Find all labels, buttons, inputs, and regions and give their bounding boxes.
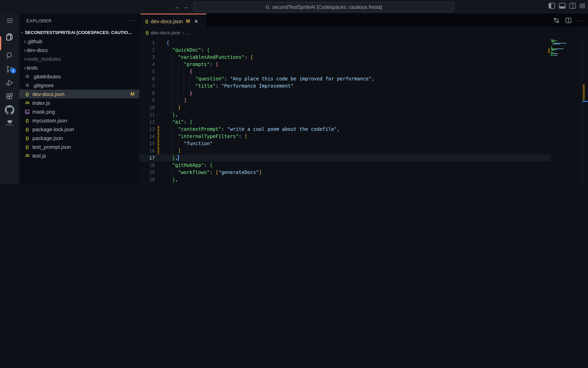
- minimap[interactable]: [550, 39, 582, 64]
- code-line-13[interactable]: 13 "contextPrompt": "write a cool poem a…: [139, 126, 551, 133]
- tree-item-label: node_modules: [27, 56, 61, 62]
- line-number: 19: [139, 169, 155, 176]
- line-number: 9: [139, 97, 155, 104]
- code-line-11[interactable]: 11 },: [139, 111, 551, 118]
- command-center[interactable]: secondTestSpriteAI [Codespaces: cautious…: [193, 2, 454, 12]
- code-line-2[interactable]: 2 "quickDoc": {: [139, 46, 551, 54]
- js-file-icon: JS: [24, 154, 30, 158]
- code-line-7[interactable]: 7 "title": "Performance Improvement": [139, 83, 551, 90]
- explorer-more-actions-icon[interactable]: ···: [129, 17, 135, 23]
- sidebar-item-explorer[interactable]: [0, 30, 19, 44]
- code-line-14[interactable]: 14 "internalTypeFilters": [: [139, 133, 551, 140]
- activity-bar: 1 Dev-Docs: [0, 14, 19, 184]
- sidebar-item-search[interactable]: [0, 49, 19, 62]
- code-line-8[interactable]: 8 }: [139, 90, 551, 97]
- more-actions-icon[interactable]: ···: [577, 17, 584, 24]
- code-line-5[interactable]: 5 {: [139, 68, 551, 75]
- line-number: 5: [139, 68, 155, 75]
- split-editor-icon[interactable]: [565, 17, 572, 24]
- tree-item-mask-png[interactable]: mask.png: [19, 107, 139, 116]
- code-line-3[interactable]: 3 "variablesAndFunctions": {: [139, 54, 551, 61]
- sidebar-item-extensions[interactable]: [0, 90, 19, 103]
- code-line-9[interactable]: 9 ]: [139, 97, 551, 104]
- tab-close-icon[interactable]: ✕: [194, 18, 198, 24]
- tree-item--github[interactable]: ›.github: [19, 37, 139, 46]
- code-line-18[interactable]: 18 "gitHubApp": {: [139, 162, 551, 169]
- json-file-icon: {}: [145, 19, 148, 23]
- tab-dev-docs-json[interactable]: {} dev-docs.json M ✕: [140, 14, 206, 28]
- line-number: 4: [139, 61, 155, 68]
- code-line-20[interactable]: 20 },: [139, 176, 551, 183]
- tree-item-tests[interactable]: ›tests: [19, 63, 139, 72]
- line-number: 12: [139, 118, 155, 126]
- json-file-icon: {}: [24, 127, 30, 131]
- gutter-modified-icon: [158, 147, 159, 154]
- back-icon[interactable]: ←: [174, 3, 181, 10]
- tree-item-package-json[interactable]: {}package.json: [19, 134, 139, 142]
- code-line-10[interactable]: 10 }: [139, 104, 551, 111]
- toggle-secondary-sidebar-icon[interactable]: [569, 3, 576, 9]
- toggle-panel-icon[interactable]: [559, 3, 566, 9]
- tree-item-index-js[interactable]: JSindex.js: [19, 98, 139, 107]
- sidebar-item-dev-docs[interactable]: Dev-Docs: [0, 116, 19, 129]
- search-icon: [5, 51, 14, 60]
- tree-item-test-prompt-json[interactable]: {}test_prompt.json: [19, 142, 139, 151]
- line-number: 10: [139, 104, 155, 111]
- window-title: secondTestSpriteAI [Codespaces: cautious…: [272, 4, 382, 10]
- code-line-1[interactable]: 1{: [139, 39, 551, 46]
- line-number: 18: [139, 162, 155, 169]
- line-number: 8: [139, 90, 155, 97]
- code-line-21[interactable]: 21 "integrations": ["confluence"]: [139, 183, 551, 184]
- code-line-19[interactable]: 19 "workflows": ["generateDocs"]: [139, 169, 551, 176]
- line-number: 6: [139, 75, 155, 83]
- code-line-4[interactable]: 4 "prompts": [: [139, 61, 551, 68]
- code-line-12[interactable]: 12 "ai": {: [139, 118, 551, 126]
- workspace-section-header[interactable]: › SECONDTESTSPRITEAI [CODESPACES: CAUTIO…: [19, 28, 139, 37]
- github-octocat-icon: [5, 105, 14, 115]
- tab-modified-badge: M: [186, 18, 190, 24]
- line-number: 2: [139, 46, 155, 54]
- tree-item-label: test_prompt.json: [32, 144, 71, 150]
- code-line-15[interactable]: 15 "function": [139, 140, 551, 147]
- code-line-17[interactable]: 17 },: [139, 154, 551, 162]
- tree-item-node-modules[interactable]: ›node_modules: [19, 55, 139, 63]
- tree-item-package-lock-json[interactable]: {}package-lock.json: [19, 125, 139, 134]
- open-changes-icon[interactable]: [553, 17, 560, 24]
- gutter-modified-icon: [158, 133, 159, 140]
- editor-actions: ···: [553, 14, 584, 27]
- code-line-6[interactable]: 6 "question": "Any place this code be im…: [139, 75, 551, 83]
- git-modified-badge: M: [130, 91, 134, 97]
- line-number: 15: [139, 140, 155, 147]
- tree-item--gitignore[interactable]: .gitignore: [19, 81, 139, 90]
- git-file-icon: [24, 74, 30, 79]
- tree-item--gitattributes[interactable]: .gitattributes: [19, 72, 139, 81]
- forward-icon[interactable]: →: [182, 3, 190, 10]
- tree-item-test-js[interactable]: JStest.js: [19, 151, 139, 160]
- workspace-section-label: SECONDTESTSPRITEAI [CODESPACES: CAUTIO..…: [25, 30, 132, 35]
- line-number: 16: [139, 147, 155, 154]
- json-file-icon: {}: [24, 145, 30, 149]
- sidebar-item-run-debug[interactable]: [0, 76, 19, 90]
- json-file-icon: {}: [24, 92, 30, 96]
- line-number: 1: [139, 39, 155, 46]
- sidebar-item-github[interactable]: [0, 103, 19, 117]
- gutter-modified-icon: [158, 126, 159, 133]
- code-editor[interactable]: 1{2 "quickDoc": {3 "variablesAndFunction…: [139, 38, 588, 184]
- tree-item-label: dev-docs.json: [32, 91, 64, 97]
- tree-item-label: mycustom.json: [32, 117, 67, 123]
- line-number: 20: [139, 176, 155, 183]
- line-number: 11: [139, 111, 155, 118]
- chevron-right-icon: ›: [183, 30, 184, 35]
- search-icon: [265, 5, 270, 9]
- menu-button[interactable]: [0, 14, 19, 27]
- explorer-sidebar: EXPLORER ··· › SECONDTESTSPRITEAI [CODES…: [19, 14, 140, 184]
- code-line-16[interactable]: 16 ]: [139, 147, 551, 154]
- customize-layout-icon[interactable]: [579, 3, 585, 9]
- tree-item-dev-docs-json[interactable]: {}dev-docs.jsonM: [19, 90, 139, 98]
- toggle-sidebar-icon[interactable]: [548, 3, 555, 9]
- sidebar-item-source-control[interactable]: 1: [0, 62, 19, 76]
- tree-item-mycustom-json[interactable]: {}mycustom.json: [19, 116, 139, 125]
- tree-item-dev-docs[interactable]: ›dev-docs: [19, 46, 139, 55]
- breadcrumb[interactable]: {} dev-docs.json › ...: [139, 27, 588, 38]
- tree-item-label: .github: [27, 38, 42, 44]
